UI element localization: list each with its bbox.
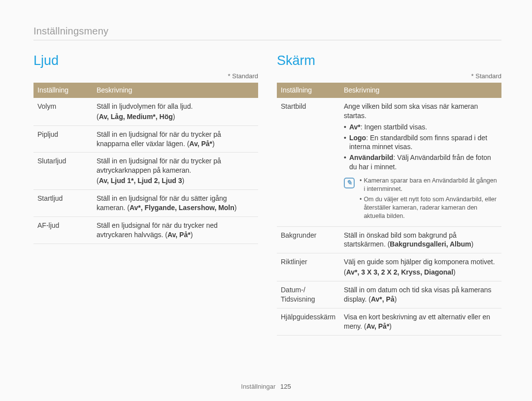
- setting-cell: Riktlinjer: [277, 253, 340, 281]
- table-row: Hjälpguidesskärm Visa en kort beskrivnin…: [277, 308, 501, 335]
- desc-cell: Ställ in ljudvolymen för alla ljud. (Av,…: [93, 98, 258, 125]
- setting-cell: Startbild: [277, 98, 340, 226]
- note-icon: ✎: [344, 178, 355, 188]
- ljud-table: Inställning Beskrivning Volym Ställ in l…: [33, 83, 258, 244]
- ljud-section: Ljud * Standard Inställning Beskrivning …: [33, 53, 258, 336]
- desc-cell: Ställ in önskad bild som bakgrund på sta…: [340, 226, 501, 253]
- footer-page: 125: [280, 383, 291, 390]
- desc-cell: Ange vilken bild som ska visas när kamer…: [340, 98, 501, 226]
- skarm-th-desc: Beskrivning: [340, 83, 501, 98]
- skarm-th-setting: Inställning: [277, 83, 340, 98]
- table-row: Pipljud Ställ in en ljudsignal för när d…: [33, 125, 258, 153]
- setting-cell: Datum-/ Tidsvisning: [277, 281, 340, 308]
- table-row: Volym Ställ in ljudvolymen för alla ljud…: [33, 98, 258, 125]
- setting-cell: Pipljud: [33, 125, 93, 153]
- setting-cell: Startljud: [33, 190, 93, 217]
- desc-cell: Ställ in en ljudsignal för när du trycke…: [93, 153, 258, 190]
- table-row: Startbild Ange vilken bild som ska visas…: [277, 98, 501, 226]
- setting-cell: Bakgrunder: [277, 226, 340, 253]
- desc-cell: Ställ in en ljudsignal för när du trycke…: [93, 125, 258, 153]
- desc-cell: Ställ in om datum och tid ska visas på k…: [340, 281, 501, 308]
- setting-cell: Volym: [33, 98, 93, 125]
- table-row: Riktlinjer Välj en guide som hjälper dig…: [277, 253, 501, 281]
- desc-cell: Ställ en ljudsignal för när du trycker n…: [93, 216, 258, 244]
- ljud-title: Ljud: [33, 53, 258, 68]
- table-row: Slutarljud Ställ in en ljudsignal för nä…: [33, 153, 258, 190]
- table-row: AF-ljud Ställ en ljudsignal för när du t…: [33, 216, 258, 244]
- standard-note-left: * Standard: [33, 72, 258, 80]
- standard-note-right: * Standard: [277, 72, 501, 80]
- skarm-section: Skärm * Standard Inställning Beskrivning…: [277, 53, 501, 336]
- table-row: Startljud Ställ in en ljudsignal för när…: [33, 190, 258, 217]
- ljud-th-desc: Beskrivning: [93, 83, 258, 98]
- table-row: Datum-/ Tidsvisning Ställ in om datum oc…: [277, 281, 501, 308]
- setting-cell: Hjälpguidesskärm: [277, 308, 340, 335]
- skarm-title: Skärm: [277, 53, 501, 68]
- note-list: Kameran sparar bara en Användarbild åt g…: [360, 177, 498, 222]
- setting-cell: AF-ljud: [33, 216, 93, 244]
- desc-cell: Välj en guide som hjälper dig komponera …: [340, 253, 501, 281]
- table-row: Bakgrunder Ställ in önskad bild som bakg…: [277, 226, 501, 253]
- skarm-table: Inställning Beskrivning Startbild Ange v…: [277, 83, 501, 336]
- desc-cell: Ställ in en ljudsignal för när du sätter…: [93, 190, 258, 217]
- desc-cell: Visa en kort beskrivning av ett alternat…: [340, 308, 501, 335]
- ljud-th-setting: Inställning: [33, 83, 93, 98]
- breadcrumb: Inställningsmeny: [33, 26, 501, 40]
- setting-cell: Slutarljud: [33, 153, 93, 190]
- page-footer: Inställningar 125: [0, 383, 532, 390]
- footer-label: Inställningar: [241, 383, 275, 390]
